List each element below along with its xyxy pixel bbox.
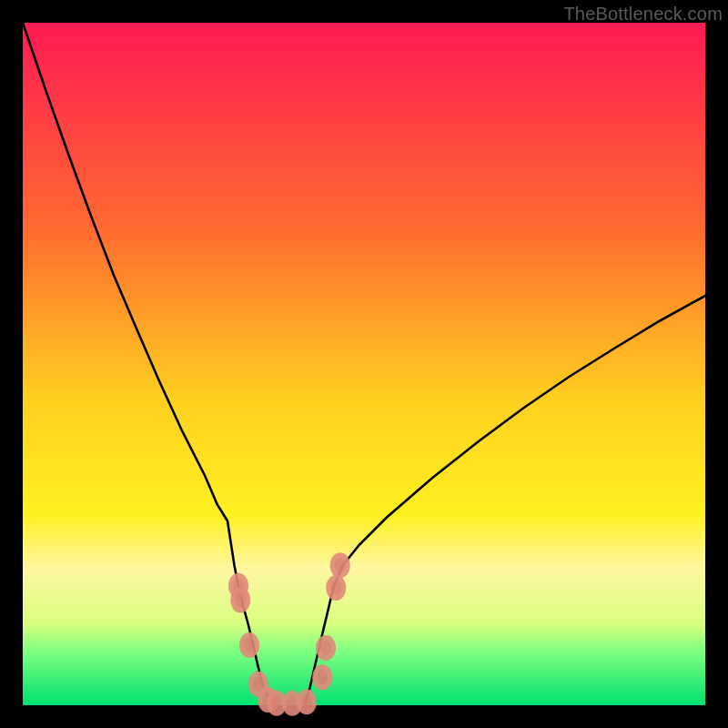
watermark-text: TheBottleneck.com: [563, 4, 723, 25]
plot-background: [23, 23, 705, 705]
svg-point-2: [244, 638, 255, 652]
svg-point-5: [271, 696, 282, 711]
svg-point-8: [317, 670, 328, 684]
chart-svg: [0, 0, 728, 728]
svg-point-6: [287, 696, 298, 711]
svg-point-9: [320, 641, 331, 655]
svg-point-7: [301, 694, 312, 709]
svg-point-10: [330, 581, 341, 595]
svg-point-1: [235, 593, 246, 608]
chart-stage: TheBottleneck.com: [0, 0, 728, 728]
svg-point-11: [335, 558, 346, 572]
svg-point-3: [253, 677, 264, 692]
